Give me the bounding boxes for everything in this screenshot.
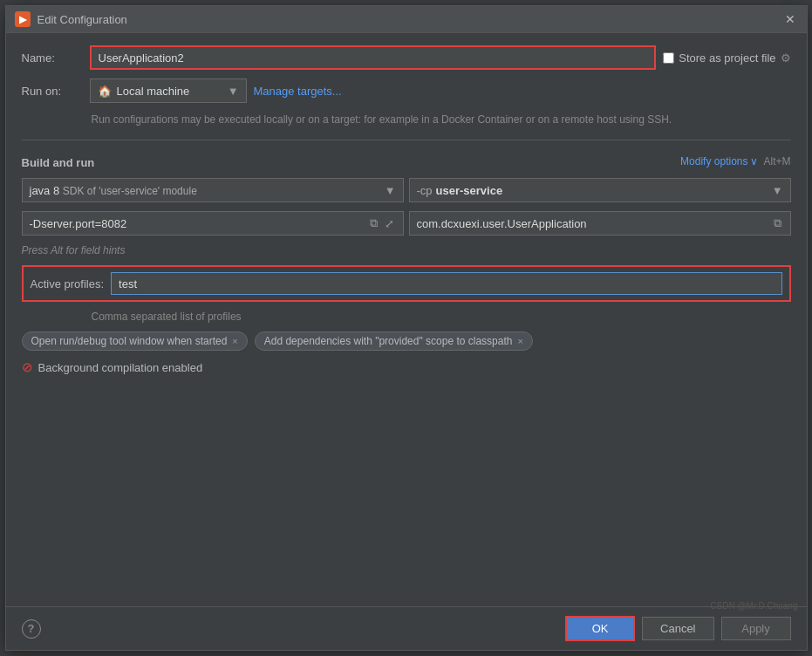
house-icon: 🏠 xyxy=(98,85,112,98)
cp-dropdown[interactable]: -cp user-service ▼ xyxy=(409,178,791,202)
press-alt-hint: Press Alt for field hints xyxy=(22,244,791,256)
dialog-title: Edit Configuration xyxy=(38,13,775,26)
vm-options-field: -Dserver.port=8082 ⧉ ⤢ xyxy=(22,211,404,236)
run-on-dropdown[interactable]: 🏠 Local machine ▼ xyxy=(90,79,247,103)
run-on-value: Local machine xyxy=(117,85,190,98)
close-button[interactable]: ✕ xyxy=(782,11,798,27)
dropdown-arrow-icon: ▼ xyxy=(228,85,239,98)
sdk-dropdown[interactable]: java 8 SDK of 'user-service' module ▼ xyxy=(22,178,404,202)
chip-open-run-debug-close-icon[interactable]: × xyxy=(232,336,237,346)
sdk-dropdown-arrow-icon: ▼ xyxy=(385,184,396,197)
chip-add-dependencies-close-icon[interactable]: × xyxy=(517,336,522,346)
edit-configuration-dialog: ▶ Edit Configuration ✕ Name: Store as pr… xyxy=(5,5,808,651)
active-profiles-section: Active profiles: xyxy=(22,265,791,302)
footer: ? OK Cancel Apply xyxy=(6,606,807,650)
alt-hint-label: Alt+M xyxy=(763,155,790,167)
comma-hint: Comma separated list of profiles xyxy=(92,311,791,323)
gear-icon[interactable]: ⚙ xyxy=(781,51,791,65)
watermark: CSDN @Mr.D.Chuang xyxy=(710,601,797,611)
bg-compilation-label: Background compilation enabled xyxy=(38,361,203,374)
store-project-file-label: Store as project file xyxy=(679,51,775,65)
build-and-run-title: Build and run xyxy=(22,156,95,169)
sdk-value-label: java 8 SDK of 'user-service' module xyxy=(30,184,197,197)
vm-options-value: -Dserver.port=8082 xyxy=(30,217,127,230)
run-on-row: Run on: 🏠 Local machine ▼ Manage targets… xyxy=(22,79,791,103)
run-on-hint: Run configurations may be executed local… xyxy=(92,112,791,127)
active-profiles-label: Active profiles: xyxy=(31,277,105,290)
sdk-suffix: SDK of 'user-service' module xyxy=(63,185,197,197)
copy-icon[interactable]: ⧉ xyxy=(368,215,379,232)
manage-targets-link[interactable]: Manage targets... xyxy=(254,85,342,98)
run-on-label: Run on: xyxy=(22,85,83,98)
cp-prefix: -cp xyxy=(417,184,433,197)
chip-open-run-debug-label: Open run/debug tool window when started xyxy=(31,335,228,347)
cp-value: user-service xyxy=(436,184,503,197)
main-class-value: com.dcxuexi.user.UserApplication xyxy=(417,217,587,230)
bg-compilation-row: ⊘ Background compilation enabled xyxy=(22,359,791,375)
store-project-file-row: Store as project file ⚙ xyxy=(663,51,790,65)
titlebar: ▶ Edit Configuration ✕ xyxy=(6,6,807,33)
name-row: Name: Store as project file ⚙ xyxy=(22,45,791,70)
modify-options-button[interactable]: Modify options ∨ xyxy=(680,155,758,167)
chips-row: Open run/debug tool window when started … xyxy=(22,331,791,351)
modify-options-label: Modify options xyxy=(680,155,747,167)
active-profiles-input[interactable] xyxy=(111,272,781,295)
divider-1 xyxy=(22,140,791,140)
name-label: Name: xyxy=(22,51,83,65)
name-input[interactable] xyxy=(90,45,657,70)
chip-add-dependencies: Add dependencies with "provided" scope t… xyxy=(255,331,533,351)
store-project-file-checkbox[interactable] xyxy=(663,52,674,64)
main-class-expand-icon[interactable]: ⧉ xyxy=(772,215,783,232)
ok-button[interactable]: OK xyxy=(565,616,635,641)
sdk-cp-row: java 8 SDK of 'user-service' module ▼ -c… xyxy=(22,178,791,202)
chip-add-dependencies-label: Add dependencies with "provided" scope t… xyxy=(264,335,513,347)
main-class-field: com.dcxuexi.user.UserApplication ⧉ xyxy=(409,211,791,236)
app-icon: ▶ xyxy=(15,11,31,27)
cp-dropdown-arrow-icon: ▼ xyxy=(772,184,783,197)
expand-icon[interactable]: ⤢ xyxy=(383,215,396,232)
vm-main-class-row: -Dserver.port=8082 ⧉ ⤢ com.dcxuexi.user.… xyxy=(22,211,791,236)
apply-button[interactable]: Apply xyxy=(721,617,791,640)
java-version: java 8 xyxy=(30,184,60,197)
error-icon: ⊘ xyxy=(22,359,33,375)
build-and-run-header: Build and run Modify options ∨ Alt+M xyxy=(22,153,791,169)
help-button[interactable]: ? xyxy=(22,619,41,639)
dialog-content: Name: Store as project file ⚙ Run on: 🏠 … xyxy=(6,33,807,606)
cancel-button[interactable]: Cancel xyxy=(642,617,713,640)
chip-open-run-debug: Open run/debug tool window when started … xyxy=(22,331,248,351)
modify-options-arrow-icon: ∨ xyxy=(750,155,758,167)
